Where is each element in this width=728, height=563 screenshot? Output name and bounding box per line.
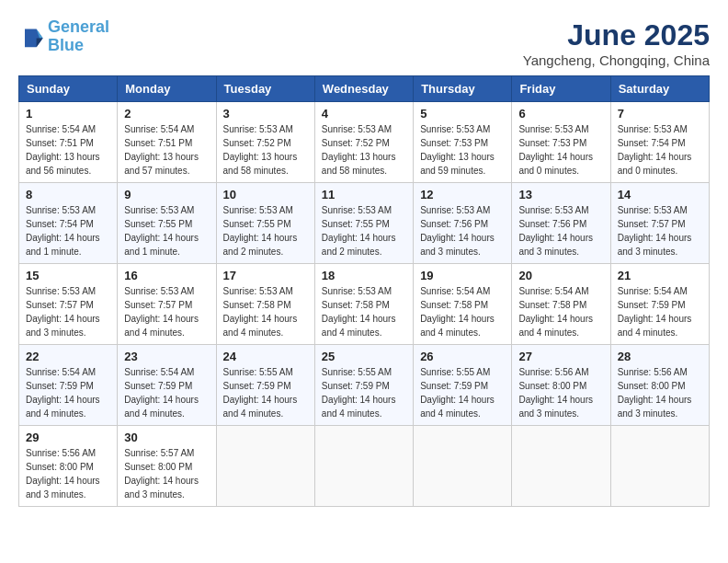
calendar-body: 1Sunrise: 5:54 AMSunset: 7:51 PMDaylight… <box>19 102 710 507</box>
day-info: Sunrise: 5:54 AMSunset: 7:51 PMDaylight:… <box>26 122 110 178</box>
day-number: 18 <box>322 269 406 282</box>
calendar-cell: 2Sunrise: 5:54 AMSunset: 7:51 PMDaylight… <box>118 102 216 183</box>
calendar-cell: 4Sunrise: 5:53 AMSunset: 7:52 PMDaylight… <box>314 102 413 183</box>
calendar-cell: 30Sunrise: 5:57 AMSunset: 8:00 PMDayligh… <box>118 426 216 507</box>
calendar-cell: 8Sunrise: 5:53 AMSunset: 7:54 PMDaylight… <box>19 183 118 264</box>
day-number: 21 <box>618 269 702 282</box>
weekday-header-row: SundayMondayTuesdayWednesdayThursdayFrid… <box>19 76 710 102</box>
calendar-table: SundayMondayTuesdayWednesdayThursdayFrid… <box>18 75 710 507</box>
day-number: 8 <box>26 188 110 201</box>
logo-icon <box>18 24 44 50</box>
day-info: Sunrise: 5:53 AMSunset: 7:55 PMDaylight:… <box>124 203 209 259</box>
day-number: 17 <box>223 269 308 282</box>
calendar-cell: 24Sunrise: 5:55 AMSunset: 7:59 PMDayligh… <box>216 345 314 426</box>
calendar-cell: 25Sunrise: 5:55 AMSunset: 7:59 PMDayligh… <box>314 345 413 426</box>
day-number: 14 <box>618 188 702 201</box>
day-info: Sunrise: 5:55 AMSunset: 7:59 PMDaylight:… <box>322 365 406 420</box>
calendar-subtitle: Yangcheng, Chongqing, China <box>523 52 710 68</box>
day-info: Sunrise: 5:53 AMSunset: 7:58 PMDaylight:… <box>223 284 308 339</box>
week-row-3: 15Sunrise: 5:53 AMSunset: 7:57 PMDayligh… <box>19 264 710 345</box>
calendar-cell <box>512 426 610 507</box>
day-info: Sunrise: 5:53 AMSunset: 7:52 PMDaylight:… <box>223 122 308 178</box>
calendar-cell: 22Sunrise: 5:54 AMSunset: 7:59 PMDayligh… <box>19 345 118 426</box>
day-info: Sunrise: 5:54 AMSunset: 7:59 PMDaylight:… <box>618 284 702 339</box>
weekday-friday: Friday <box>512 76 610 102</box>
title-block: June 2025 Yangcheng, Chongqing, China <box>523 18 710 68</box>
logo-line1: General <box>48 17 109 36</box>
day-number: 29 <box>26 431 110 444</box>
day-number: 12 <box>420 188 505 201</box>
day-info: Sunrise: 5:54 AMSunset: 7:59 PMDaylight:… <box>124 365 209 420</box>
day-number: 15 <box>26 269 110 282</box>
weekday-saturday: Saturday <box>610 76 709 102</box>
calendar-cell: 27Sunrise: 5:56 AMSunset: 8:00 PMDayligh… <box>512 345 610 426</box>
day-info: Sunrise: 5:56 AMSunset: 8:00 PMDaylight:… <box>618 365 702 420</box>
calendar-cell: 26Sunrise: 5:55 AMSunset: 7:59 PMDayligh… <box>414 345 512 426</box>
day-number: 6 <box>518 107 603 121</box>
calendar-cell: 6Sunrise: 5:53 AMSunset: 7:53 PMDaylight… <box>512 102 610 183</box>
week-row-2: 8Sunrise: 5:53 AMSunset: 7:54 PMDaylight… <box>19 183 710 264</box>
day-info: Sunrise: 5:54 AMSunset: 7:59 PMDaylight:… <box>26 365 110 420</box>
calendar-cell: 28Sunrise: 5:56 AMSunset: 8:00 PMDayligh… <box>610 345 709 426</box>
day-info: Sunrise: 5:53 AMSunset: 7:57 PMDaylight:… <box>618 203 702 259</box>
day-number: 3 <box>223 107 308 121</box>
logo: General Blue <box>18 18 109 55</box>
day-number: 27 <box>518 350 603 363</box>
calendar-cell <box>610 426 709 507</box>
calendar-cell: 13Sunrise: 5:53 AMSunset: 7:56 PMDayligh… <box>512 183 610 264</box>
day-info: Sunrise: 5:54 AMSunset: 7:51 PMDaylight:… <box>124 122 209 178</box>
day-number: 1 <box>26 107 110 121</box>
day-number: 30 <box>124 431 209 444</box>
calendar-cell <box>216 426 314 507</box>
day-info: Sunrise: 5:53 AMSunset: 7:57 PMDaylight:… <box>124 284 209 339</box>
week-row-4: 22Sunrise: 5:54 AMSunset: 7:59 PMDayligh… <box>19 345 710 426</box>
calendar-cell: 15Sunrise: 5:53 AMSunset: 7:57 PMDayligh… <box>19 264 118 345</box>
day-number: 25 <box>322 350 406 363</box>
calendar-title: June 2025 <box>523 18 710 52</box>
day-number: 9 <box>124 188 209 201</box>
day-info: Sunrise: 5:53 AMSunset: 7:55 PMDaylight:… <box>322 203 406 259</box>
day-info: Sunrise: 5:55 AMSunset: 7:59 PMDaylight:… <box>223 365 308 420</box>
day-info: Sunrise: 5:56 AMSunset: 8:00 PMDaylight:… <box>518 365 603 420</box>
calendar-cell: 12Sunrise: 5:53 AMSunset: 7:56 PMDayligh… <box>414 183 512 264</box>
day-info: Sunrise: 5:53 AMSunset: 7:54 PMDaylight:… <box>26 203 110 259</box>
logo-line2: Blue <box>48 36 84 54</box>
week-row-1: 1Sunrise: 5:54 AMSunset: 7:51 PMDaylight… <box>19 102 710 183</box>
day-info: Sunrise: 5:54 AMSunset: 7:58 PMDaylight:… <box>420 284 505 339</box>
weekday-tuesday: Tuesday <box>216 76 314 102</box>
calendar-cell: 20Sunrise: 5:54 AMSunset: 7:58 PMDayligh… <box>512 264 610 345</box>
calendar-cell: 3Sunrise: 5:53 AMSunset: 7:52 PMDaylight… <box>216 102 314 183</box>
day-info: Sunrise: 5:53 AMSunset: 7:58 PMDaylight:… <box>322 284 406 339</box>
calendar-cell <box>414 426 512 507</box>
calendar-cell: 1Sunrise: 5:54 AMSunset: 7:51 PMDaylight… <box>19 102 118 183</box>
day-number: 24 <box>223 350 308 363</box>
day-info: Sunrise: 5:53 AMSunset: 7:56 PMDaylight:… <box>518 203 603 259</box>
day-number: 13 <box>518 188 603 201</box>
day-info: Sunrise: 5:55 AMSunset: 7:59 PMDaylight:… <box>420 365 505 420</box>
day-info: Sunrise: 5:57 AMSunset: 8:00 PMDaylight:… <box>124 446 209 501</box>
day-info: Sunrise: 5:53 AMSunset: 7:55 PMDaylight:… <box>223 203 308 259</box>
calendar-cell: 17Sunrise: 5:53 AMSunset: 7:58 PMDayligh… <box>216 264 314 345</box>
calendar-cell: 9Sunrise: 5:53 AMSunset: 7:55 PMDaylight… <box>118 183 216 264</box>
day-number: 4 <box>322 107 406 121</box>
day-number: 23 <box>124 350 209 363</box>
calendar-cell <box>314 426 413 507</box>
week-row-5: 29Sunrise: 5:56 AMSunset: 8:00 PMDayligh… <box>19 426 710 507</box>
calendar-cell: 23Sunrise: 5:54 AMSunset: 7:59 PMDayligh… <box>118 345 216 426</box>
logo-text: General Blue <box>48 18 109 55</box>
calendar-cell: 7Sunrise: 5:53 AMSunset: 7:54 PMDaylight… <box>610 102 709 183</box>
day-info: Sunrise: 5:53 AMSunset: 7:52 PMDaylight:… <box>322 122 406 178</box>
weekday-thursday: Thursday <box>414 76 512 102</box>
calendar-cell: 14Sunrise: 5:53 AMSunset: 7:57 PMDayligh… <box>610 183 709 264</box>
weekday-sunday: Sunday <box>19 76 118 102</box>
day-number: 10 <box>223 188 308 201</box>
day-number: 22 <box>26 350 110 363</box>
weekday-monday: Monday <box>118 76 216 102</box>
calendar-cell: 11Sunrise: 5:53 AMSunset: 7:55 PMDayligh… <box>314 183 413 264</box>
day-info: Sunrise: 5:56 AMSunset: 8:00 PMDaylight:… <box>26 446 110 501</box>
weekday-wednesday: Wednesday <box>314 76 413 102</box>
day-number: 11 <box>322 188 406 201</box>
calendar-cell: 16Sunrise: 5:53 AMSunset: 7:57 PMDayligh… <box>118 264 216 345</box>
day-info: Sunrise: 5:54 AMSunset: 7:58 PMDaylight:… <box>518 284 603 339</box>
day-number: 28 <box>618 350 702 363</box>
